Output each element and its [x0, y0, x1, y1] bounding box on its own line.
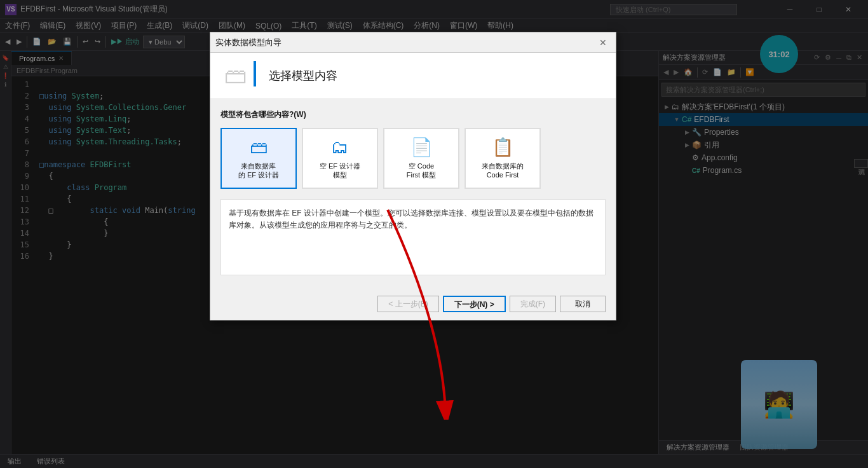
- model-option-icon-code-first-from-db: 📋: [492, 137, 514, 158]
- model-option-icon-from-db-ef: 🗃: [250, 137, 268, 158]
- model-option-code-first-from-db[interactable]: 📋来自数据库的 Code First: [465, 128, 541, 189]
- dialog-body: 模型将包含哪些内容?(W) 🗃来自数据库 的 EF 设计器🗂空 EF 设计器 模…: [210, 99, 616, 291]
- section-label: 模型将包含哪些内容?(W): [220, 109, 606, 120]
- model-option-label-from-db-ef: 来自数据库 的 EF 设计器: [238, 162, 279, 180]
- model-option-label-empty-code-first: 空 Code First 模型: [407, 162, 436, 180]
- model-option-icon-empty-ef: 🗂: [331, 137, 349, 158]
- dialog-header: 🗃 选择模型内容: [210, 53, 616, 99]
- next-button[interactable]: 下一步(N) >: [443, 296, 506, 312]
- model-option-icon-empty-code-first: 📄: [410, 137, 433, 158]
- cancel-button[interactable]: 取消: [560, 296, 606, 312]
- dialog-close-button[interactable]: ✕: [595, 35, 611, 50]
- dialog-header-icon: 🗃: [220, 60, 251, 91]
- dialog-title: 实体数据模型向导: [215, 37, 595, 48]
- dialog-footer: < 上一步(B) 下一步(N) > 完成(F) 取消: [210, 291, 616, 320]
- model-option-empty-code-first[interactable]: 📄空 Code First 模型: [383, 128, 459, 189]
- dialog-titlebar: 实体数据模型向导 ✕: [210, 32, 616, 53]
- model-option-from-db-ef[interactable]: 🗃来自数据库 的 EF 设计器: [220, 128, 297, 189]
- model-option-label-code-first-from-db: 来自数据库的 Code First: [482, 162, 524, 180]
- header-accent-bar: [254, 61, 256, 86]
- entity-data-model-wizard-dialog: 实体数据模型向导 ✕ 🗃 选择模型内容 模型将包含哪些内容?(W) 🗃来自数据库…: [210, 32, 616, 320]
- dialog-header-text: 选择模型内容: [269, 68, 337, 83]
- dialog-description: 基于现有数据库在 EF 设计器中创建一个模型。您可以选择数据库连接、模型设置以及…: [220, 199, 606, 275]
- back-button[interactable]: < 上一步(B): [377, 296, 438, 312]
- model-options-container: 🗃来自数据库 的 EF 设计器🗂空 EF 设计器 模型📄空 Code First…: [220, 128, 606, 189]
- model-option-label-empty-ef: 空 EF 设计器 模型: [320, 162, 360, 180]
- finish-button[interactable]: 完成(F): [510, 296, 556, 312]
- model-option-empty-ef[interactable]: 🗂空 EF 设计器 模型: [302, 128, 378, 189]
